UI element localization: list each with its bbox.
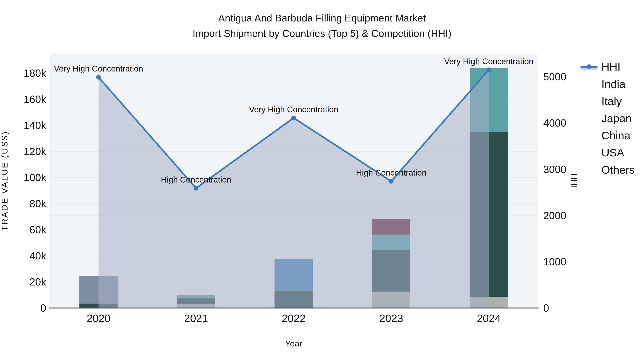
figure: Antigua And Barbuda Filling Equipment Ma… [0, 0, 644, 362]
italy-swatch-icon [580, 96, 598, 106]
annotation-2020: Very High Concentration [54, 64, 143, 73]
y-left-tick-label: 20k [29, 276, 46, 288]
legend-label-china: China [602, 129, 630, 142]
y-right-tick-label: 2000 [543, 210, 566, 221]
annotation-2024: Very High Concentration [444, 57, 534, 66]
legend-label-usa: USA [602, 146, 624, 159]
y-left-tick-label: 40k [29, 250, 46, 262]
y-right-tick-label: 3000 [543, 163, 566, 175]
hhi-marker-sample [587, 64, 592, 69]
china-swatch-icon [580, 130, 598, 141]
legend-label-hhi: HHI [602, 60, 620, 73]
y-left-tick-label: 60k [29, 224, 46, 235]
x-tick-label: 2023 [379, 312, 403, 324]
legend-item-italy[interactable]: Italy [580, 92, 635, 110]
annotation-2023: High Concentration [356, 168, 426, 177]
x-tick-label: 2020 [86, 312, 110, 324]
chart-canvas: Very High ConcentrationHigh Concentratio… [0, 0, 644, 362]
annotation-2022: Very High Concentration [249, 105, 338, 114]
hhi-marker-2023[interactable] [389, 179, 394, 184]
y-left-tick-label: 140k [24, 119, 46, 131]
y-left-tick-label: 160k [24, 93, 46, 105]
right-axis-title: HHI [569, 174, 579, 188]
legend-label-india: India [602, 78, 626, 90]
legend-item-hhi[interactable]: HHI [580, 58, 635, 75]
japan-swatch-icon [580, 113, 598, 123]
x-tick-label: 2022 [282, 312, 306, 324]
y-left-tick-label: 100k [24, 172, 46, 183]
y-left-tick-label: 0 [40, 302, 46, 314]
legend-item-usa[interactable]: USA [580, 144, 635, 161]
hhi-marker-2020[interactable] [96, 75, 101, 79]
legend-label-italy: Italy [602, 95, 622, 107]
legend-item-india[interactable]: India [580, 75, 635, 92]
hhi-marker-2021[interactable] [194, 186, 198, 191]
india-swatch-icon [580, 78, 598, 89]
legend-item-china[interactable]: China [580, 127, 635, 144]
x-tick-label: 2024 [477, 312, 501, 324]
legend-label-japan: Japan [602, 112, 632, 125]
y-right-tick-label: 5000 [543, 71, 566, 82]
annotation-2021: High Concentration [161, 175, 231, 184]
hhi-marker-2022[interactable] [292, 116, 296, 120]
y-left-tick-label: 120k [24, 145, 46, 157]
y-right-tick-label: 1000 [543, 256, 566, 267]
y-right-tick-label: 4000 [543, 117, 566, 129]
y-right-tick-label: 0 [543, 302, 549, 314]
legend-label-others: Others [602, 163, 635, 176]
hhi-line-legend-icon [580, 61, 598, 72]
hhi-marker-2024[interactable] [486, 67, 491, 72]
y-left-tick-label: 80k [29, 198, 46, 209]
left-axis-title: TRADE VALUE (US$) [0, 131, 9, 231]
legend: HHIIndiaItalyJapanChinaUSAOthers [580, 58, 635, 178]
legend-item-japan[interactable]: Japan [580, 110, 635, 127]
y-left-tick-label: 180k [24, 67, 46, 79]
usa-swatch-icon [580, 147, 598, 158]
x-axis-title: Year [285, 339, 302, 348]
x-tick-label: 2021 [184, 312, 208, 324]
legend-item-others[interactable]: Others [580, 161, 635, 178]
others-swatch-icon [580, 164, 598, 175]
